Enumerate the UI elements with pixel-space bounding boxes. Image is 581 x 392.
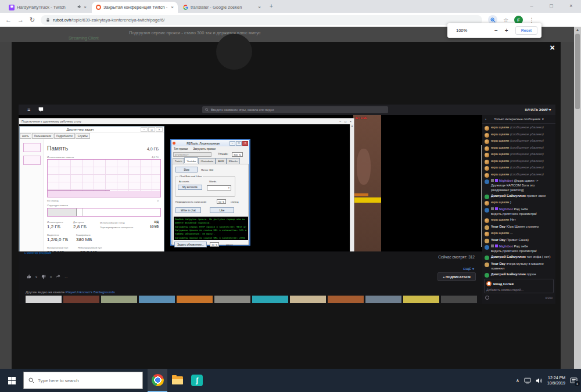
zoom-popup: 100% − + Reset xyxy=(447,23,541,38)
new-tab-button[interactable]: + xyxy=(270,3,273,9)
twitch-logo-icon xyxy=(38,107,44,113)
taskbar-search[interactable] xyxy=(23,372,143,389)
stat-value: 2,8 ГБ xyxy=(73,224,87,229)
rdp-title: Подключение к удаленному рабочему столу xyxy=(21,120,81,123)
chevron-right-icon: › xyxy=(485,117,486,121)
volume-icon[interactable] xyxy=(536,377,543,384)
chat-text: Нет xyxy=(510,218,516,221)
scrollbar-thumb[interactable] xyxy=(575,34,580,109)
chat-message: юра щакян (сообщение удалено) xyxy=(485,132,553,138)
task-manager-window: Диспетчер задач – □ × ностьПользователиП… xyxy=(19,126,164,258)
rbtools-title: RBTools. Лицензионная xyxy=(177,142,229,145)
video-thumbnail xyxy=(139,296,175,303)
url-domain: rubot.ovh xyxy=(53,17,71,23)
video-thumbnail xyxy=(26,296,62,303)
stat-label: Зарезервировано аппаратно xyxy=(100,226,133,229)
zoom-out-icon[interactable]: − xyxy=(494,27,498,34)
task-manager-title: Диспетчер задач xyxy=(20,128,141,131)
address-bar[interactable]: rubot.ovh/topic/639-zakrytaya-konferenci… xyxy=(41,15,482,25)
chat-badges-icon xyxy=(491,207,498,210)
chat-message: Дмитрий Баймуллин пррон xyxy=(485,272,553,278)
chat-avatar xyxy=(485,126,489,131)
taskbar-chrome-icon[interactable] xyxy=(148,369,167,392)
chat-text: ... xyxy=(510,231,513,235)
tab-audio-icon[interactable] xyxy=(77,5,81,10)
chat-text: @юра щакян -> Дружище КАПСОМ Бога это ра… xyxy=(491,179,539,192)
more-dots-icon: ··· xyxy=(64,275,68,279)
minimize-icon: – xyxy=(229,141,235,146)
live-indicator: 42 | LIVE xyxy=(355,116,367,120)
close-icon[interactable]: × xyxy=(561,0,581,12)
menu-load-proxy: Загрузить прокси xyxy=(193,148,216,150)
stream-scrollbar-line xyxy=(481,145,482,247)
menu-dots-icon[interactable]: ⋮ xyxy=(529,17,535,23)
chat-username: юра щакян xyxy=(491,172,509,176)
tray-chevron-up-icon[interactable]: ∧ xyxy=(516,378,519,383)
rdp-titlebar: Подключение к удаленному рабочему столу … xyxy=(19,118,354,124)
browser-tab-3[interactable]: translater - Google zoeken × xyxy=(179,2,265,13)
back-icon[interactable]: ← xyxy=(5,17,12,23)
forward-icon[interactable]: → xyxy=(17,17,24,23)
chat-message-body: юра щакян (сообщение удалено) xyxy=(491,172,544,177)
x-axis-left: 60 секунд xyxy=(47,199,58,202)
video-thumbnail xyxy=(252,296,288,303)
tab-close-icon[interactable]: × xyxy=(171,5,174,10)
minimize-icon[interactable]: – xyxy=(522,0,541,12)
lightbox-close-icon[interactable]: × xyxy=(550,42,555,52)
scroll-up-icon[interactable]: ▲ xyxy=(574,28,581,31)
like-count: 9 xyxy=(35,275,37,279)
task-manager-controls: – □ × xyxy=(141,127,163,132)
bookmark-star-icon[interactable]: ☆ xyxy=(503,17,508,23)
chat-text: Юра Щакян стример xyxy=(507,225,539,228)
zoom-in-icon[interactable]: + xyxy=(505,27,508,34)
rbtools-console: Ошибка загрузки прокси. Но доступен серв… xyxy=(174,217,248,240)
chat-message: юра щакян (сообщение удалено) xyxy=(485,125,553,131)
chat-message: юра щакян ) xyxy=(485,200,553,206)
browser-tab-2-active[interactable]: Закрытая конференция Twitch - × xyxy=(92,2,178,13)
stat-label: Использование гнезд xyxy=(100,221,125,224)
start-stream-button: НАЧАТЬ ЭФИР ▾ xyxy=(525,108,551,112)
tab-close-icon[interactable]: × xyxy=(84,5,87,10)
maximize-icon[interactable]: □ xyxy=(541,0,561,12)
chat-avatar xyxy=(485,262,489,267)
stream-info-panel: Сейчас смотрят: 312 ЕЩЁ ▾ + ПОДПИСАТЬСЯ … xyxy=(19,251,482,304)
chat-message: юра щакян (сообщение удалено) xyxy=(485,159,553,164)
taskbar-search-input[interactable] xyxy=(38,378,125,383)
taskbar-clock[interactable]: 12:24 PM 10/9/2019 xyxy=(547,375,565,386)
action-center-icon[interactable]: 4 xyxy=(570,377,578,384)
window-controls: – □ × xyxy=(522,0,581,12)
stream-game-strip: 42 | LIVE xyxy=(353,115,381,251)
lightbox-overlay: × ≡ Введите название игры, канала или ви… xyxy=(12,42,561,369)
tab-close-icon[interactable]: × xyxy=(258,5,261,10)
chat-username: Дмитрий Баймуллин xyxy=(491,194,526,197)
close-icon: × xyxy=(350,120,352,123)
rbtools-window: RBTools. Лицензионная – □ × Тип прокси З… xyxy=(170,139,250,246)
reload-icon[interactable]: ↻ xyxy=(30,17,35,23)
chat-text: (сообщение удалено) xyxy=(510,159,544,163)
chat-username: юра щакян xyxy=(491,159,509,163)
lightbox-image[interactable]: ≡ Введите название игры, канала или виде… xyxy=(19,105,555,304)
zoom-reset-button[interactable]: Reset xyxy=(515,26,537,35)
task-manager-sidebar xyxy=(20,139,44,258)
like-button: Like xyxy=(210,207,234,213)
task-manager-tab: Пользователи xyxy=(32,133,53,139)
memory-usage-chart xyxy=(47,159,161,197)
mini-graph xyxy=(23,143,41,152)
system-tray: ∧ 12:24 PM 10/9/2019 4 xyxy=(516,369,581,392)
video-thumbnail xyxy=(403,296,439,303)
forum-link-behind: Streaming Client xyxy=(69,36,99,40)
network-icon[interactable] xyxy=(524,377,531,384)
taskbar-vpn-icon[interactable]: ʃ xyxy=(187,369,207,392)
page-scrollbar[interactable]: ▲ xyxy=(574,27,581,369)
memory-title: Память xyxy=(47,145,69,152)
chat-text: привет сани xyxy=(526,194,545,197)
task-manager-memory-panel: Память 4,0 ГБ Использование памяти 4,0 Г… xyxy=(44,139,164,258)
start-button[interactable] xyxy=(0,369,23,392)
period-label: Периодичность написания xyxy=(175,200,206,203)
twitch-search-placeholder: Введите название игры, канала или видео xyxy=(211,108,274,112)
browser-tab-1[interactable]: HardyPartyTruck - Twitch × xyxy=(5,2,91,13)
write-in-chat-button: Write in chat xyxy=(175,207,201,213)
taskbar-explorer-icon[interactable] xyxy=(167,369,187,392)
chat-message-body: Your Day вчера музыку в машине поменял xyxy=(491,262,553,271)
video-thumbnail xyxy=(290,296,326,303)
